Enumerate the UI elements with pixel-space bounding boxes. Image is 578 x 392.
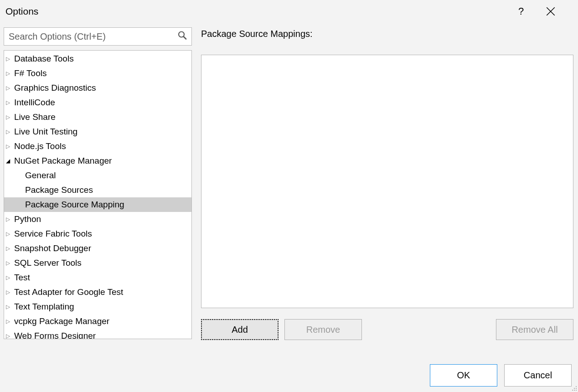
svg-rect-7 xyxy=(572,390,573,391)
tree-item-package-source-mapping[interactable]: Package Source Mapping xyxy=(4,197,191,212)
tree-item-label: Live Unit Testing xyxy=(14,127,77,137)
tree-item-web-forms-designer[interactable]: ▷Web Forms Designer xyxy=(4,329,191,339)
chevron-right-icon: ▷ xyxy=(6,289,13,295)
tree-item-fsharp-tools[interactable]: ▷F# Tools xyxy=(4,66,191,81)
chevron-right-icon: ▷ xyxy=(6,304,13,310)
remove-all-button[interactable]: Remove All xyxy=(496,319,573,340)
tree-item-label: Test xyxy=(14,273,30,283)
tree-item-label: IntelliCode xyxy=(14,98,55,108)
tree-item-database-tools[interactable]: ▷Database Tools xyxy=(4,52,191,66)
chevron-right-icon: ▷ xyxy=(6,333,13,339)
tree-item-label: Package Source Mapping xyxy=(25,200,124,210)
right-panel: Package Source Mappings: Add Remove Remo… xyxy=(201,27,573,340)
tree-item-intellicode[interactable]: ▷IntelliCode xyxy=(4,95,191,110)
chevron-right-icon: ▷ xyxy=(6,245,13,252)
resize-grip-icon[interactable] xyxy=(571,385,578,392)
tree-item-nuget-package-manager[interactable]: ◢NuGet Package Manager xyxy=(4,154,191,168)
tree-item-sql-server-tools[interactable]: ▷SQL Server Tools xyxy=(4,256,191,270)
chevron-right-icon: ▷ xyxy=(6,260,13,266)
tree-item-python[interactable]: ▷Python xyxy=(4,212,191,227)
tree-item-label: Live Share xyxy=(14,112,56,122)
tree-item-label: Service Fabric Tools xyxy=(14,229,92,239)
tree-item-label: Node.js Tools xyxy=(14,141,66,151)
chevron-down-icon: ◢ xyxy=(6,158,13,164)
tree-item-label: Text Templating xyxy=(14,302,74,312)
tree-item-label: General xyxy=(25,170,56,181)
options-tree[interactable]: ▷Database Tools ▷F# Tools ▷Graphics Diag… xyxy=(4,51,191,339)
dialog-buttons: OK Cancel xyxy=(430,364,572,387)
cancel-button[interactable]: Cancel xyxy=(504,364,572,387)
tree-item-general[interactable]: General xyxy=(4,168,191,183)
tree-item-label: Web Forms Designer xyxy=(14,331,96,339)
tree-item-live-share[interactable]: ▷Live Share xyxy=(4,110,191,124)
tree-item-test[interactable]: ▷Test xyxy=(4,270,191,285)
search-wrapper xyxy=(4,27,192,46)
section-label: Package Source Mappings: xyxy=(201,29,573,39)
remove-button[interactable]: Remove xyxy=(284,319,362,340)
tree-item-graphics-diagnostics[interactable]: ▷Graphics Diagnostics xyxy=(4,81,191,95)
chevron-right-icon: ▷ xyxy=(6,70,13,77)
mappings-button-row: Add Remove Remove All xyxy=(201,319,573,340)
chevron-right-icon: ▷ xyxy=(6,143,13,150)
mappings-list[interactable] xyxy=(201,55,573,308)
tree-item-label: Snapshot Debugger xyxy=(14,243,91,253)
chevron-right-icon: ▷ xyxy=(6,216,13,222)
tree-container: ▷Database Tools ▷F# Tools ▷Graphics Diag… xyxy=(4,50,192,339)
tree-item-label: Python xyxy=(14,214,41,224)
search-icon[interactable] xyxy=(178,31,187,42)
help-icon[interactable]: ? xyxy=(514,5,528,18)
tree-item-package-sources[interactable]: Package Sources xyxy=(4,183,191,197)
tree-item-label: Test Adapter for Google Test xyxy=(14,287,123,297)
chevron-right-icon: ▷ xyxy=(6,231,13,237)
tree-item-label: F# Tools xyxy=(14,68,46,78)
add-button[interactable]: Add xyxy=(201,319,279,340)
tree-item-label: SQL Server Tools xyxy=(14,258,82,268)
ok-button[interactable]: OK xyxy=(430,364,497,387)
chevron-right-icon: ▷ xyxy=(6,85,13,91)
chevron-right-icon: ▷ xyxy=(6,129,13,135)
chevron-right-icon: ▷ xyxy=(6,274,13,281)
tree-item-label: Package Sources xyxy=(25,185,93,195)
title-controls: ? xyxy=(514,5,573,18)
title-bar: Options ? xyxy=(0,0,578,27)
tree-item-live-unit-testing[interactable]: ▷Live Unit Testing xyxy=(4,124,191,139)
chevron-right-icon: ▷ xyxy=(6,56,13,62)
svg-rect-9 xyxy=(576,390,577,391)
tree-item-snapshot-debugger[interactable]: ▷Snapshot Debugger xyxy=(4,241,191,256)
tree-item-vcpkg-package-manager[interactable]: ▷vcpkg Package Manager xyxy=(4,314,191,329)
svg-rect-4 xyxy=(576,386,577,387)
tree-item-nodejs-tools[interactable]: ▷Node.js Tools xyxy=(4,139,191,154)
left-panel: ▷Database Tools ▷F# Tools ▷Graphics Diag… xyxy=(4,27,192,340)
tree-item-label: Graphics Diagnostics xyxy=(14,83,96,93)
close-icon[interactable] xyxy=(544,5,557,18)
svg-rect-8 xyxy=(574,390,575,391)
svg-rect-6 xyxy=(576,388,577,389)
svg-rect-5 xyxy=(574,388,575,389)
chevron-right-icon: ▷ xyxy=(6,99,13,106)
tree-item-text-templating[interactable]: ▷Text Templating xyxy=(4,299,191,314)
tree-item-test-adapter-google-test[interactable]: ▷Test Adapter for Google Test xyxy=(4,285,191,299)
main-area: ▷Database Tools ▷F# Tools ▷Graphics Diag… xyxy=(0,27,578,340)
tree-item-label: Database Tools xyxy=(14,54,74,64)
search-input[interactable] xyxy=(4,29,191,45)
tree-item-service-fabric-tools[interactable]: ▷Service Fabric Tools xyxy=(4,227,191,241)
tree-item-label: vcpkg Package Manager xyxy=(14,316,109,326)
chevron-right-icon: ▷ xyxy=(6,318,13,325)
chevron-right-icon: ▷ xyxy=(6,114,13,120)
dialog-title: Options xyxy=(5,6,38,17)
tree-item-label: NuGet Package Manager xyxy=(14,156,112,166)
svg-line-3 xyxy=(184,37,186,39)
